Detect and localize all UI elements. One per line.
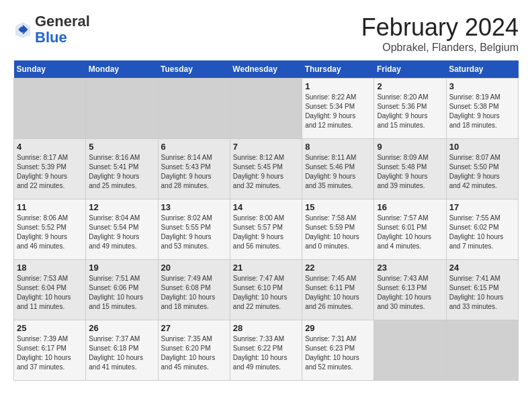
day-number: 18 — [17, 263, 83, 273]
calendar-cell: 19Sunrise: 7:51 AM Sunset: 6:06 PM Dayli… — [86, 260, 158, 320]
calendar-week-row: 25Sunrise: 7:39 AM Sunset: 6:17 PM Dayli… — [14, 320, 519, 381]
calendar-cell: 12Sunrise: 8:04 AM Sunset: 5:54 PM Dayli… — [86, 199, 158, 260]
day-number: 21 — [233, 263, 299, 273]
day-info: Sunrise: 7:39 AM Sunset: 6:17 PM Dayligh… — [17, 334, 83, 372]
calendar-cell: 22Sunrise: 7:45 AM Sunset: 6:11 PM Dayli… — [302, 260, 374, 320]
day-number: 29 — [305, 323, 371, 333]
day-number: 4 — [17, 142, 83, 152]
calendar-cell: 9Sunrise: 8:09 AM Sunset: 5:48 PM Daylig… — [374, 139, 446, 199]
day-number: 15 — [305, 202, 371, 212]
page-header: General Blue February 2024 Opbrakel, Fla… — [13, 13, 519, 54]
calendar-cell: 23Sunrise: 7:43 AM Sunset: 6:13 PM Dayli… — [374, 260, 446, 320]
day-number: 22 — [305, 263, 371, 273]
day-info: Sunrise: 8:22 AM Sunset: 5:34 PM Dayligh… — [305, 93, 371, 130]
day-header-thursday: Thursday — [302, 60, 374, 79]
day-number: 6 — [161, 142, 227, 152]
calendar-cell: 6Sunrise: 8:14 AM Sunset: 5:43 PM Daylig… — [158, 139, 230, 199]
day-number: 25 — [17, 323, 83, 333]
day-info: Sunrise: 8:19 AM Sunset: 5:38 PM Dayligh… — [449, 93, 515, 130]
day-info: Sunrise: 8:14 AM Sunset: 5:43 PM Dayligh… — [161, 153, 227, 191]
day-number: 16 — [377, 202, 443, 212]
calendar-cell: 24Sunrise: 7:41 AM Sunset: 6:15 PM Dayli… — [446, 260, 518, 320]
day-info: Sunrise: 7:58 AM Sunset: 5:59 PM Dayligh… — [305, 214, 371, 251]
day-info: Sunrise: 7:45 AM Sunset: 6:11 PM Dayligh… — [305, 274, 371, 312]
day-info: Sunrise: 7:33 AM Sunset: 6:22 PM Dayligh… — [233, 334, 299, 372]
day-info: Sunrise: 8:17 AM Sunset: 5:39 PM Dayligh… — [17, 153, 83, 191]
title-block: February 2024 Opbrakel, Flanders, Belgiu… — [361, 13, 519, 54]
logo-blue-text: Blue — [35, 29, 67, 46]
calendar-cell: 29Sunrise: 7:31 AM Sunset: 6:23 PM Dayli… — [302, 320, 374, 381]
calendar-title: February 2024 — [361, 13, 519, 42]
logo-icon — [13, 20, 32, 39]
calendar-week-row: 18Sunrise: 7:53 AM Sunset: 6:04 PM Dayli… — [14, 260, 519, 320]
day-number: 11 — [17, 202, 83, 212]
calendar-header-row: SundayMondayTuesdayWednesdayThursdayFrid… — [14, 60, 519, 79]
day-number: 27 — [161, 323, 227, 333]
day-info: Sunrise: 8:16 AM Sunset: 5:41 PM Dayligh… — [89, 153, 154, 191]
calendar-cell: 5Sunrise: 8:16 AM Sunset: 5:41 PM Daylig… — [86, 139, 158, 199]
day-info: Sunrise: 7:41 AM Sunset: 6:15 PM Dayligh… — [449, 274, 515, 312]
calendar-cell: 7Sunrise: 8:12 AM Sunset: 5:45 PM Daylig… — [230, 139, 302, 199]
day-number: 26 — [89, 323, 154, 333]
day-number: 14 — [233, 202, 299, 212]
day-header-monday: Monday — [86, 60, 158, 79]
day-header-sunday: Sunday — [14, 60, 86, 79]
day-header-friday: Friday — [374, 60, 446, 79]
calendar-cell: 26Sunrise: 7:37 AM Sunset: 6:18 PM Dayli… — [86, 320, 158, 381]
calendar-cell — [158, 79, 230, 139]
calendar-cell — [230, 79, 302, 139]
calendar-cell: 3Sunrise: 8:19 AM Sunset: 5:38 PM Daylig… — [446, 79, 518, 139]
day-info: Sunrise: 8:09 AM Sunset: 5:48 PM Dayligh… — [377, 153, 443, 191]
calendar-week-row: 11Sunrise: 8:06 AM Sunset: 5:52 PM Dayli… — [14, 199, 519, 260]
calendar-cell: 10Sunrise: 8:07 AM Sunset: 5:50 PM Dayli… — [446, 139, 518, 199]
calendar-cell — [86, 79, 158, 139]
calendar-cell — [446, 320, 518, 381]
day-info: Sunrise: 8:06 AM Sunset: 5:52 PM Dayligh… — [17, 214, 83, 251]
day-number: 10 — [449, 142, 515, 152]
logo-general-text: General — [35, 13, 90, 30]
day-header-wednesday: Wednesday — [230, 60, 302, 79]
calendar-cell: 25Sunrise: 7:39 AM Sunset: 6:17 PM Dayli… — [14, 320, 86, 381]
day-info: Sunrise: 8:04 AM Sunset: 5:54 PM Dayligh… — [89, 214, 154, 251]
calendar-table: SundayMondayTuesdayWednesdayThursdayFrid… — [13, 60, 519, 381]
calendar-cell: 15Sunrise: 7:58 AM Sunset: 5:59 PM Dayli… — [302, 199, 374, 260]
day-number: 1 — [305, 81, 371, 91]
day-info: Sunrise: 7:55 AM Sunset: 6:02 PM Dayligh… — [449, 214, 515, 251]
calendar-cell: 13Sunrise: 8:02 AM Sunset: 5:55 PM Dayli… — [158, 199, 230, 260]
day-number: 28 — [233, 323, 299, 333]
day-info: Sunrise: 8:02 AM Sunset: 5:55 PM Dayligh… — [161, 214, 227, 251]
day-number: 12 — [89, 202, 154, 212]
day-number: 3 — [449, 81, 515, 91]
calendar-cell: 14Sunrise: 8:00 AM Sunset: 5:57 PM Dayli… — [230, 199, 302, 260]
day-number: 5 — [89, 142, 154, 152]
logo: General Blue — [13, 13, 90, 46]
day-info: Sunrise: 7:35 AM Sunset: 6:20 PM Dayligh… — [161, 334, 227, 372]
day-info: Sunrise: 7:51 AM Sunset: 6:06 PM Dayligh… — [89, 274, 154, 312]
calendar-subtitle: Opbrakel, Flanders, Belgium — [361, 42, 519, 54]
calendar-cell — [14, 79, 86, 139]
day-info: Sunrise: 7:49 AM Sunset: 6:08 PM Dayligh… — [161, 274, 227, 312]
calendar-cell: 16Sunrise: 7:57 AM Sunset: 6:01 PM Dayli… — [374, 199, 446, 260]
day-header-tuesday: Tuesday — [158, 60, 230, 79]
calendar-cell: 8Sunrise: 8:11 AM Sunset: 5:46 PM Daylig… — [302, 139, 374, 199]
calendar-cell: 17Sunrise: 7:55 AM Sunset: 6:02 PM Dayli… — [446, 199, 518, 260]
calendar-week-row: 1Sunrise: 8:22 AM Sunset: 5:34 PM Daylig… — [14, 79, 519, 139]
day-info: Sunrise: 7:47 AM Sunset: 6:10 PM Dayligh… — [233, 274, 299, 312]
day-info: Sunrise: 7:53 AM Sunset: 6:04 PM Dayligh… — [17, 274, 83, 312]
day-number: 17 — [449, 202, 515, 212]
day-info: Sunrise: 7:37 AM Sunset: 6:18 PM Dayligh… — [89, 334, 154, 372]
day-info: Sunrise: 7:57 AM Sunset: 6:01 PM Dayligh… — [377, 214, 443, 251]
day-number: 13 — [161, 202, 227, 212]
calendar-cell: 20Sunrise: 7:49 AM Sunset: 6:08 PM Dayli… — [158, 260, 230, 320]
calendar-cell: 1Sunrise: 8:22 AM Sunset: 5:34 PM Daylig… — [302, 79, 374, 139]
day-info: Sunrise: 7:31 AM Sunset: 6:23 PM Dayligh… — [305, 334, 371, 372]
day-number: 23 — [377, 263, 443, 273]
day-info: Sunrise: 8:11 AM Sunset: 5:46 PM Dayligh… — [305, 153, 371, 191]
day-number: 20 — [161, 263, 227, 273]
calendar-cell: 18Sunrise: 7:53 AM Sunset: 6:04 PM Dayli… — [14, 260, 86, 320]
calendar-cell: 21Sunrise: 7:47 AM Sunset: 6:10 PM Dayli… — [230, 260, 302, 320]
calendar-cell: 2Sunrise: 8:20 AM Sunset: 5:36 PM Daylig… — [374, 79, 446, 139]
day-info: Sunrise: 7:43 AM Sunset: 6:13 PM Dayligh… — [377, 274, 443, 312]
day-info: Sunrise: 8:07 AM Sunset: 5:50 PM Dayligh… — [449, 153, 515, 191]
day-number: 2 — [377, 81, 443, 91]
